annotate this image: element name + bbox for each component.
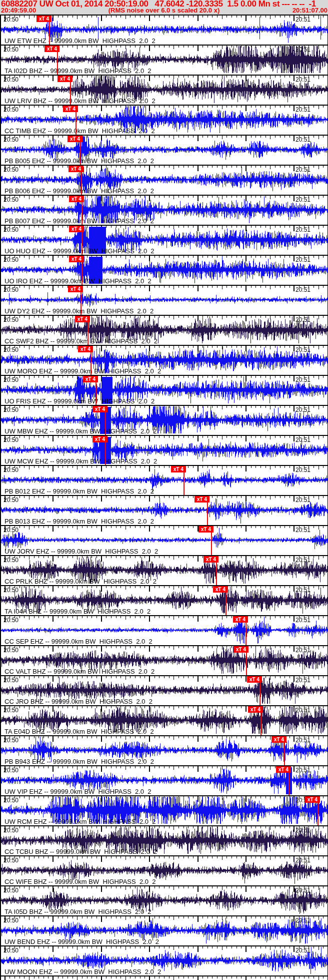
ruler-right-time-label: 20:51 [296,767,310,774]
ruler-left-time-label: 20:50 [4,166,18,173]
trace-label: PB B013 EHZ -- 99999.0km BW HIGHPASS 2.0… [4,518,154,525]
ruler-right-time-label: 20:51 [296,707,310,714]
trace-panel: 20:50 20:51 UW DY2 EHZ -- 99999.0km BW H… [0,285,328,315]
ruler-left-time-label: 20:50 [4,647,18,654]
ruler-right-time-label: 20:51 [296,196,310,203]
ruler-right-time-label: 20:51 [296,917,310,924]
ruler-left-time-label: 20:50 [4,947,18,954]
trace-label: CC PRLK BHZ -- 99999.0km BW HIGHPASS 2.0… [4,578,156,585]
ruler-left-time-label: 20:50 [4,316,18,323]
ruler-left-time-label: 20:50 [4,737,18,744]
trace-label: CC TCBU BHZ -- 99999.0km BW HIGHPASS 2.0… [4,848,157,855]
pick-flag[interactable]: xT 4 [92,436,108,442]
pick-flag[interactable]: xT 4 [305,796,320,803]
pick-flag[interactable]: xT 4 [68,136,82,142]
ruler-right-time-label: 20:51 [296,286,310,293]
trace-label: TA I04A BHZ -- 99999.0km BW HIGHPASS 2.0… [4,608,150,615]
trace-label: UW BEND EHZ -- 99999.0km BW HIGHPASS 2.0… [4,938,159,945]
ruler-right-time-label: 20:51 [296,226,310,233]
ruler-right-time-label: 20:51 [296,166,310,173]
pick-flag[interactable]: xT 4 [63,106,78,112]
trace-label: PB B006 EHZ -- 99999.0km BW HIGHPASS 2.0… [4,187,154,195]
pick-flag[interactable]: xT 4 [233,616,248,623]
trace-label: PB B943 EHZ -- 99999.0km BW HIGHPASS 2.0… [4,758,154,765]
trace-panel: 20:50 20:51 CC JRO BHZ -- 99999.0km BW H… [0,675,328,705]
trace-label: UW MOON EHZ -- 99999.0km BW HIGHPASS 2.0… [4,968,161,975]
pick-flag[interactable]: xT 4 [198,526,214,533]
ruler-left-time-label: 20:50 [4,436,18,443]
pick-flag[interactable]: xT 4 [68,286,83,292]
trace-panel: 20:50 20:51 CC SWF2 BHZ -- 99999.0km BW … [0,315,328,345]
pick-flag[interactable]: xT 4 [44,46,60,52]
pick-flag[interactable]: xT 4 [234,646,248,653]
ruler-left-time-label: 20:50 [4,557,18,564]
ruler-right-time-label: 20:51 [296,827,310,834]
ruler-left-time-label: 20:50 [4,16,18,23]
ruler-right-time-label: 20:51 [296,887,310,894]
ruler-left-time-label: 20:50 [4,46,18,53]
ruler-left-time-label: 20:50 [4,106,18,113]
ruler-right-time-label: 20:51 [296,677,310,684]
pick-flag[interactable]: xT 4 [69,196,84,202]
ruler-right-time-label: 20:51 [296,466,310,473]
pick-flag[interactable]: xT 4 [83,376,98,382]
pick-flag[interactable]: xT 4 [204,556,218,563]
trace-panel: 20:50 20:51 UW JORV EHZ -- 99999.0km BW … [0,525,328,555]
trace-panel: 20:50 20:51 CC PRLK BHZ -- 99999.0km BW … [0,555,328,585]
ruler-right-time-label: 20:51 [296,617,310,624]
trace-label: PB B005 EHZ -- 99999.0km BW HIGHPASS 2.0… [4,157,154,165]
pick-flag[interactable]: xT 4 [78,346,93,352]
pick-flag[interactable]: xT 4 [272,736,286,743]
ruler-left-time-label: 20:50 [4,527,18,534]
pick-flag[interactable]: xT 4 [276,766,291,773]
trace-panel: 20:50 20:51 CC TCBU BHZ -- 99999.0km BW … [0,825,328,855]
pick-flag[interactable]: xT 4 [69,226,84,232]
ruler-left-time-label: 20:50 [4,346,18,353]
trace-panel: 20:50 20:51 UW BEND EHZ -- 99999.0km BW … [0,915,328,945]
waveform-canvas[interactable] [0,976,328,980]
trace-label: UW ETW EHZ -- 99999.0km BW HIGHPASS 2.0 … [4,37,156,45]
trace-panel: 20:50 20:51 TA I05D BHZ -- 99999.0km BW … [0,885,328,915]
ruler-left-time-label: 20:50 [4,76,18,83]
pick-flag[interactable]: xT 4 [58,76,72,82]
pick-flag[interactable]: xT 4 [92,406,108,412]
trace-label: PB B012 EHZ -- 99999.0km BW HIGHPASS 2.0… [4,487,154,495]
pick-flag[interactable]: xT 4 [171,466,186,472]
trace-panel: 20:50 20:51 UW VIP EHZ -- 99999.0km BW H… [0,765,328,795]
ruler-right-time-label: 20:51 [296,256,310,263]
trace-label: UW VIP EHZ -- 99999.0km BW HIGHPASS 2.0 … [4,788,152,795]
ruler-left-time-label: 20:50 [4,767,18,774]
ruler-right-time-label: 20:51 [296,497,310,504]
trace-label: UW MBW EHZ -- 99999.0km BW HIGHPASS 2.0 … [4,427,157,435]
ruler-right-time-label: 20:51 [296,406,310,413]
trace-label: PB B007 EHZ -- 99999.0km BW HIGHPASS 2.0… [4,217,154,225]
rms-scale-note: (RMS noise over 6.0 s scaled 20.0 x) [108,7,220,14]
ruler-right-time-label: 20:51 [296,106,310,113]
pick-flag[interactable]: xT 4 [68,166,84,172]
trace-panel: 20:50 20:51 UW ETW EHZ -- 99999.0km BW H… [0,15,328,45]
ruler-right-time-label: 20:51 [296,857,310,864]
pick-flag[interactable]: xT 4 [69,256,84,262]
pick-flag[interactable]: xT 4 [247,676,262,683]
ruler-left-time-label: 20:50 [4,797,18,804]
pick-flag[interactable]: xT 4 [36,16,52,22]
trace-panel: 20:50 20:51 UW MORO EHZ -- 99999.0km BW … [0,345,328,375]
pick-flag[interactable]: xT 4 [248,706,263,713]
ruler-right-time-label: 20:51 [296,16,310,23]
trace-label: UO HUO EHZ -- 99999.0km BW HIGHPASS 2.0 … [4,247,154,255]
pick-flag[interactable]: xT 4 [213,586,228,593]
trace-label: UW MORO EHZ -- 99999.0km BW HIGHPASS 2.0… [4,367,161,375]
ruler-right-time-label: 20:51 [296,46,310,53]
ruler-left-time-label: 20:50 [4,196,18,203]
pick-flag[interactable]: xT 4 [75,316,90,322]
pick-flag[interactable]: xT 4 [194,496,210,503]
trace-panel: 20:50 20:51 TA E04D BHZ -- 99999.0km BW … [0,705,328,735]
trace-label: CC TIMB EHZ -- 99999.0km BW HIGHPASS 2.0… [4,127,155,135]
window-start-time: 20:49:59.00 [1,7,36,14]
ruler-left-time-label: 20:50 [4,887,18,894]
trace-label: UW MCW EHZ -- 99999.0km BW HIGHPASS 2.0 … [4,457,157,465]
trace-panel: 20:50 20:51 CC SEP EHZ -- 99999.0km BW H… [0,615,328,645]
trace-panel: 20:50 20:51 UW MOON EHZ -- 99999.0km BW … [0,945,328,975]
trace-label: TA I05D BHZ -- 99999.0km BW HIGHPASS 2.0… [4,908,152,915]
trace-label: CC JRO BHZ -- 99999.0km BW HIGHPASS 2.0 … [4,698,152,705]
